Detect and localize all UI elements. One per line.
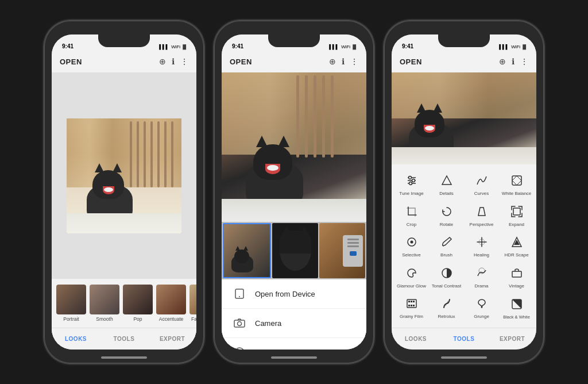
more-icon-2[interactable]: ⋮: [350, 57, 358, 66]
tool-black-white[interactable]: Black & White: [499, 292, 534, 323]
tool-brush[interactable]: Brush: [429, 231, 464, 262]
tool-expand[interactable]: Expand: [499, 200, 534, 231]
tool-grunge[interactable]: Grunge: [464, 292, 499, 323]
option-latest[interactable]: Open latest image: [222, 338, 366, 350]
bottom-tabs-3: LOOKS TOOLS EXPORT: [392, 328, 536, 350]
tool-tune-image[interactable]: Tune Image: [394, 169, 429, 200]
wifi-icon-2: WiFi: [341, 44, 350, 49]
filter-accentuate[interactable]: Accentuate: [156, 285, 186, 322]
filter-smooth-label: Smooth: [96, 316, 113, 322]
option-device[interactable]: Open from Device: [222, 279, 366, 309]
tool-expand-label: Expand: [509, 222, 524, 228]
tool-crop[interactable]: Crop: [394, 200, 429, 231]
black-white-icon: [509, 296, 525, 312]
tool-vintage[interactable]: Vintage: [499, 262, 534, 293]
notch-1: [98, 34, 150, 47]
filter-faded-glow[interactable]: Faded Glow: [189, 285, 196, 322]
tab-tools-1[interactable]: TOOLS: [100, 336, 148, 342]
app-bar-3: OPEN ⊕ ℹ ⋮: [392, 51, 536, 72]
tab-looks-3[interactable]: LOOKS: [392, 336, 440, 342]
svg-rect-12: [512, 176, 521, 185]
filter-accentuate-label: Accentuate: [159, 316, 184, 322]
filter-faded-glow-label: Faded Glow: [191, 316, 196, 322]
curves-icon: [474, 172, 490, 189]
tool-rotate[interactable]: Rotate: [429, 200, 464, 231]
open-label-2[interactable]: OPEN: [230, 57, 252, 66]
tool-glamour-glow[interactable]: Glamour Glow: [394, 262, 429, 293]
tool-drama[interactable]: Drama: [464, 262, 499, 293]
tool-tonal-contrast[interactable]: Tonal Contrast: [429, 262, 464, 293]
tool-healing[interactable]: Healing: [464, 231, 499, 262]
grunge-icon: [474, 295, 490, 312]
tab-export-3[interactable]: EXPORT: [488, 336, 536, 342]
photo-display-1: [52, 72, 196, 279]
svg-point-15: [410, 241, 413, 244]
tool-retrolux[interactable]: Retrolux: [429, 292, 464, 323]
svg-point-8: [408, 176, 411, 179]
layers-icon-3[interactable]: ⊕: [499, 57, 506, 66]
status-time-1: 9:41: [62, 43, 74, 49]
tool-curves[interactable]: Curves: [464, 169, 499, 200]
thumb-2[interactable]: [272, 223, 318, 278]
thumb-3[interactable]: [319, 223, 365, 278]
thumb-row-2: [222, 222, 366, 279]
tab-export-1[interactable]: EXPORT: [148, 336, 196, 342]
info-icon-2[interactable]: ℹ: [342, 57, 345, 66]
camera-icon: [233, 317, 246, 329]
photo-bg-3: [392, 72, 536, 164]
info-icon-1[interactable]: ℹ: [172, 57, 175, 66]
app-bar-icons-1: ⊕ ℹ ⋮: [159, 57, 188, 66]
signal-icon-3: ▌▌▌: [499, 44, 509, 49]
phone-3: 9:41 ▌▌▌ WiFi ▓ OPEN ⊕ ℹ ⋮: [384, 21, 544, 363]
layers-icon-2[interactable]: ⊕: [329, 57, 336, 66]
svg-marker-11: [442, 176, 451, 185]
option-camera[interactable]: Camera: [222, 309, 366, 338]
svg-rect-23: [408, 301, 410, 302]
filter-faded-glow-img: [189, 285, 196, 314]
info-icon-3[interactable]: ℹ: [512, 57, 514, 66]
wifi-icon-1: WiFi: [171, 44, 180, 49]
filter-smooth-img: [90, 285, 119, 314]
open-label-3[interactable]: OPEN: [400, 57, 422, 66]
glamour-glow-icon: [404, 265, 420, 281]
phone3-content: Tune Image Details Curves: [392, 72, 536, 350]
status-icons-3: ▌▌▌ WiFi ▓: [499, 44, 526, 49]
tab-tools-3[interactable]: TOOLS: [440, 336, 488, 342]
app-bar-icons-2: ⊕ ℹ ⋮: [329, 57, 358, 66]
svg-point-10: [409, 182, 412, 185]
tool-selective-label: Selective: [402, 252, 420, 258]
tool-retrolux-label: Retrolux: [438, 314, 455, 320]
tool-tonal-contrast-label: Tonal Contrast: [432, 283, 462, 289]
large-photo-2: [222, 72, 366, 222]
tool-details[interactable]: Details: [429, 169, 464, 200]
brush-icon: [439, 234, 455, 250]
tool-white-balance[interactable]: White Balance: [499, 169, 534, 200]
battery-icon-3: ▓: [523, 44, 526, 49]
open-label-1[interactable]: OPEN: [60, 57, 82, 66]
option-device-text: Open from Device: [255, 290, 315, 298]
more-icon-1[interactable]: ⋮: [180, 57, 188, 66]
bottom-tabs-1: LOOKS TOOLS EXPORT: [52, 328, 196, 350]
app-bar-2: OPEN ⊕ ℹ ⋮: [222, 51, 366, 72]
filter-portrait-img: [56, 285, 86, 314]
battery-icon-2: ▓: [353, 44, 356, 49]
more-icon-3[interactable]: ⋮: [520, 57, 528, 66]
tool-hdr-scape[interactable]: HDR Scape: [499, 231, 534, 262]
thumb-1[interactable]: [223, 223, 271, 278]
retrolux-icon: [439, 295, 455, 312]
phone2-content: Open from Device Camera: [222, 72, 366, 350]
filter-smooth[interactable]: Smooth: [90, 285, 119, 322]
svg-rect-26: [408, 305, 410, 306]
filter-pop[interactable]: Pop: [123, 285, 153, 322]
tune-image-icon: [404, 172, 420, 189]
tab-looks-1[interactable]: LOOKS: [52, 336, 100, 342]
tool-perspective[interactable]: Perspective: [464, 200, 499, 231]
home-indicator-1: [101, 356, 147, 359]
vintage-icon: [509, 265, 525, 281]
tool-selective[interactable]: Selective: [394, 231, 429, 262]
tool-glamour-glow-label: Glamour Glow: [397, 283, 426, 289]
layers-icon-1[interactable]: ⊕: [159, 57, 166, 66]
tool-grainy-film[interactable]: Grainy Film: [394, 292, 429, 323]
filter-portrait[interactable]: Portrait: [56, 285, 86, 322]
healing-icon: [474, 234, 490, 250]
